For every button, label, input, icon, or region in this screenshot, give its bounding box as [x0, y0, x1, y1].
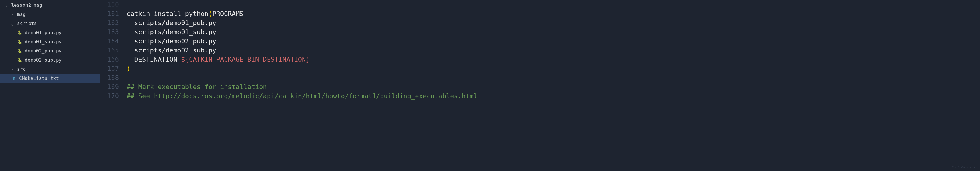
tree-item-label: scripts [17, 21, 37, 26]
line-number: 167 [100, 64, 119, 73]
code-editor[interactable]: 160 161162163164165166167168169170 catki… [100, 0, 980, 171]
tree-folder[interactable]: ⌄scripts [0, 19, 100, 28]
tree-file[interactable]: 🐍demo01_pub.py [0, 28, 100, 37]
line-number: 165 [100, 46, 119, 55]
code-line-partial [127, 0, 980, 9]
code-line: DESTINATION ${CATKIN_PACKAGE_BIN_DESTINA… [127, 55, 980, 64]
code-line: ## Mark executables for installation [127, 82, 980, 91]
chevron-right-icon: › [11, 67, 15, 72]
line-number: 164 [100, 37, 119, 46]
code-line: scripts/demo02_sub.py [127, 46, 980, 55]
tree-file[interactable]: 🐍demo01_sub.py [0, 37, 100, 46]
code-line: scripts/demo02_pub.py [127, 37, 980, 46]
tree-file[interactable]: 🐍demo02_sub.py [0, 56, 100, 65]
line-number-gutter: 160 161162163164165166167168169170 [100, 0, 127, 171]
python-icon: 🐍 [17, 58, 22, 63]
chevron-down-icon: ⌄ [5, 3, 10, 8]
code-line: catkin_install_python(PROGRAMS [127, 9, 980, 18]
tree-folder[interactable]: ›msg [0, 10, 100, 19]
code-line: ) [127, 64, 980, 73]
line-number: 170 [100, 91, 119, 101]
explorer-sidebar: ⌄ lesson2_msg ›msg⌄scripts🐍demo01_pub.py… [0, 0, 100, 171]
tree-item-label: demo01_pub.py [25, 30, 62, 35]
tree-item-label: demo02_sub.py [25, 57, 62, 63]
code-line [127, 73, 980, 82]
line-number: 163 [100, 27, 119, 37]
code-line: scripts/demo01_pub.py [127, 18, 980, 27]
tree-item-label: src [17, 66, 25, 72]
line-number: 161 [100, 9, 119, 18]
tree-item-label: demo02_pub.py [25, 48, 62, 54]
cmake-icon: M [11, 76, 17, 81]
tree-item-label: CMakeLists.txt [19, 75, 59, 81]
tree-folder[interactable]: ›src [0, 65, 100, 74]
python-icon: 🐍 [17, 48, 22, 54]
python-icon: 🐍 [17, 39, 22, 45]
line-number: 169 [100, 82, 119, 91]
line-number: 162 [100, 18, 119, 27]
tree-root-label: lesson2_msg [11, 2, 42, 8]
python-icon: 🐍 [17, 30, 22, 35]
code-content[interactable]: catkin_install_python(PROGRAMS scripts/d… [127, 0, 980, 171]
chevron-down-icon: ⌄ [11, 21, 15, 26]
tree-item-label: demo01_sub.py [25, 39, 62, 45]
code-line: ## See http://docs.ros.org/melodic/api/c… [127, 91, 980, 101]
tree-file[interactable]: 🐍demo02_pub.py [0, 46, 100, 56]
line-number: 168 [100, 73, 119, 82]
line-number: 160 [100, 0, 119, 9]
tree-file[interactable]: MCMakeLists.txt [0, 74, 100, 83]
line-number: 166 [100, 55, 119, 64]
tree-item-label: msg [17, 11, 25, 17]
tree-root-folder[interactable]: ⌄ lesson2_msg [0, 1, 100, 10]
code-line: scripts/demo01_sub.py [127, 27, 980, 37]
chevron-right-icon: › [11, 12, 15, 17]
watermark: CSDN @xpextsi [952, 165, 977, 169]
